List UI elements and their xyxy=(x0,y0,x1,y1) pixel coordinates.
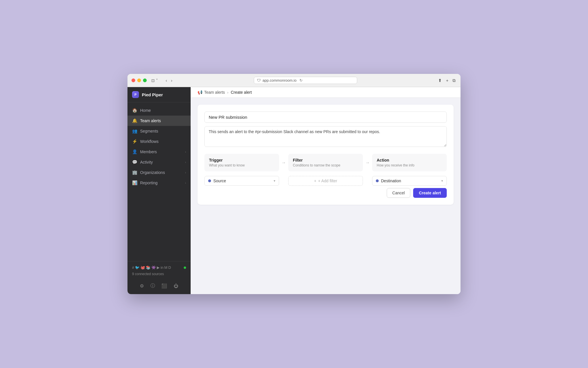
slack-icon: # xyxy=(132,265,134,270)
source-select[interactable]: Source ▾ xyxy=(204,176,279,186)
sidebar-item-label: Workflows xyxy=(140,139,158,144)
sidebar-item-workflows[interactable]: ⚡ Workflows xyxy=(127,136,191,147)
sidebar-item-reporting[interactable]: 📊 Reporting › xyxy=(127,178,191,188)
reporting-icon: 📊 xyxy=(132,180,137,185)
share-button[interactable]: ⬆ xyxy=(437,77,443,84)
spacer-arrow-1: → xyxy=(279,178,288,183)
members-icon: 👤 xyxy=(132,149,137,154)
alert-name-input[interactable] xyxy=(204,112,447,123)
destination-dot xyxy=(376,179,379,182)
chevron-right-icon: › xyxy=(185,150,186,154)
sidebar-item-members[interactable]: 👤 Members › xyxy=(127,147,191,157)
tabs-button[interactable]: ⧉ xyxy=(452,77,457,84)
power-button[interactable]: ⏻ xyxy=(173,282,179,290)
filter-step: Filter Conditions to narrow the scope xyxy=(288,154,363,171)
browser-window: ⊡ ˅ ‹ › 🛡 app.commonroom.io ↻ ⬆ + ⧉ xyxy=(127,74,461,294)
pipeline-controls-row: Source ▾ → + + Add filter → xyxy=(204,176,447,186)
sidebar-toggle-button[interactable]: ⊡ ˅ xyxy=(150,77,160,84)
brand-logo: P xyxy=(132,91,139,98)
add-filter-label: + Add filter xyxy=(318,179,337,183)
maximize-button[interactable] xyxy=(143,78,147,82)
content-header: 📢 Team alerts › Create alert xyxy=(191,87,461,98)
shield-icon: 🛡 xyxy=(257,78,261,83)
sidebar-item-segments[interactable]: 👥 Segments xyxy=(127,126,191,136)
segments-icon: 👥 xyxy=(132,129,137,134)
trigger-title: Trigger xyxy=(209,158,274,162)
status-dot xyxy=(184,267,186,269)
app-layout: P Pied Piper 🏠 Home 🔔 Team alerts xyxy=(127,87,461,294)
sidebar-item-label: Team alerts xyxy=(140,118,161,123)
plus-icon: + xyxy=(314,179,316,183)
sidebar-item-label: Reporting xyxy=(140,181,158,185)
main-content: 📢 Team alerts › Create alert This sends … xyxy=(191,87,461,294)
sidebar-item-label: Members xyxy=(140,150,157,154)
sidebar-brand: P Pied Piper xyxy=(127,87,191,102)
filter-title: Filter xyxy=(293,158,358,162)
chevron-down-icon: ▾ xyxy=(441,179,443,183)
sidebar-nav: 🏠 Home 🔔 Team alerts 👥 Segments xyxy=(127,102,191,261)
close-button[interactable] xyxy=(131,78,135,82)
sidebar-item-team-alerts[interactable]: 🔔 Team alerts xyxy=(127,116,191,126)
destination-select[interactable]: Destination ▾ xyxy=(372,176,447,186)
chevron-right-icon: › xyxy=(185,171,186,174)
new-tab-button[interactable]: + xyxy=(445,77,449,84)
sidebar-item-activity[interactable]: 💬 Activity › xyxy=(127,157,191,167)
alert-description-textarea[interactable]: This sends an alert to the #pr-submissio… xyxy=(204,126,447,147)
sidebar-item-label: Activity xyxy=(140,160,153,164)
sidebar: P Pied Piper 🏠 Home 🔔 Team alerts xyxy=(127,87,191,294)
url-bar: 🛡 app.commonroom.io ↻ xyxy=(177,77,434,84)
chevron-right-icon: › xyxy=(185,181,186,185)
reddit-icon: 👾 xyxy=(151,265,156,270)
github-icon: 🐙 xyxy=(140,265,145,270)
megaphone-icon: 📢 xyxy=(198,90,202,95)
browser-chrome: ⊡ ˅ ‹ › 🛡 app.commonroom.io ↻ ⬆ + ⧉ xyxy=(127,74,461,87)
sidebar-item-organizations[interactable]: 🏢 Organizations › xyxy=(127,167,191,178)
back-button[interactable]: ‹ xyxy=(164,77,169,84)
lightning-icon: ⚡ xyxy=(132,139,137,144)
action-title: Action xyxy=(377,158,442,162)
breadcrumb-parent-label: Team alerts xyxy=(204,90,225,95)
url-text: app.commonroom.io xyxy=(262,78,297,83)
destination-label: Destination xyxy=(381,179,401,183)
sidebar-footer: # 🐦 🐙 📚 👾 ▶ in M D 9 connected sources ⚙ xyxy=(127,261,191,294)
browser-action-buttons: ⬆ + ⧉ xyxy=(437,77,457,84)
spacer-arrow-2: → xyxy=(363,178,372,183)
sidebar-item-label: Organizations xyxy=(140,170,165,175)
reload-button[interactable]: ↻ xyxy=(298,78,304,83)
browser-controls: ‹ › xyxy=(164,77,174,84)
devto-icon: D xyxy=(168,265,171,270)
sidebar-item-home[interactable]: 🏠 Home xyxy=(127,105,191,116)
sidebar-item-label: Home xyxy=(140,108,151,113)
action-buttons: Cancel Create alert xyxy=(204,188,447,198)
content-body: This sends an alert to the #pr-submissio… xyxy=(191,98,461,294)
sidebar-item-label: Segments xyxy=(140,129,158,133)
chevron-right-icon: › xyxy=(185,160,186,164)
breadcrumb-current-label: Create alert xyxy=(231,90,252,95)
create-alert-button[interactable]: Create alert xyxy=(413,188,447,198)
action-step: Action How you receive the info xyxy=(372,154,447,171)
sidebar-bottom-actions: ⚙ ⓘ ⬛ ⏻ xyxy=(132,278,186,290)
filter-subtitle: Conditions to narrow the scope xyxy=(293,163,358,167)
linkedin-icon: in xyxy=(160,265,163,270)
help-button[interactable]: ⓘ xyxy=(149,282,156,290)
traffic-lights xyxy=(131,78,147,82)
connected-sources: # 🐦 🐙 📚 👾 ▶ in M D xyxy=(132,265,186,270)
settings-button[interactable]: ⚙ xyxy=(139,282,145,290)
breadcrumb: 📢 Team alerts › Create alert xyxy=(198,90,454,95)
connected-sources-label: 9 connected sources xyxy=(132,272,186,276)
window-button[interactable]: ⬛ xyxy=(160,282,168,290)
breadcrumb-parent-link[interactable]: 📢 Team alerts xyxy=(198,90,225,95)
twitter-icon: 🐦 xyxy=(135,265,140,270)
url-input-display[interactable]: 🛡 app.commonroom.io ↻ xyxy=(254,77,357,84)
forward-button[interactable]: › xyxy=(170,77,174,84)
minimize-button[interactable] xyxy=(137,78,141,82)
add-filter-button[interactable]: + + Add filter xyxy=(288,176,363,186)
cancel-button[interactable]: Cancel xyxy=(387,188,410,198)
breadcrumb-separator: › xyxy=(227,90,228,95)
trigger-step: Trigger What you want to know xyxy=(204,154,279,171)
organizations-icon: 🏢 xyxy=(132,170,137,175)
medium-icon: M xyxy=(164,265,167,270)
trigger-subtitle: What you want to know xyxy=(209,163,274,167)
create-alert-card: This sends an alert to the #pr-submissio… xyxy=(198,105,454,205)
stackoverflow-icon: 📚 xyxy=(146,265,150,270)
